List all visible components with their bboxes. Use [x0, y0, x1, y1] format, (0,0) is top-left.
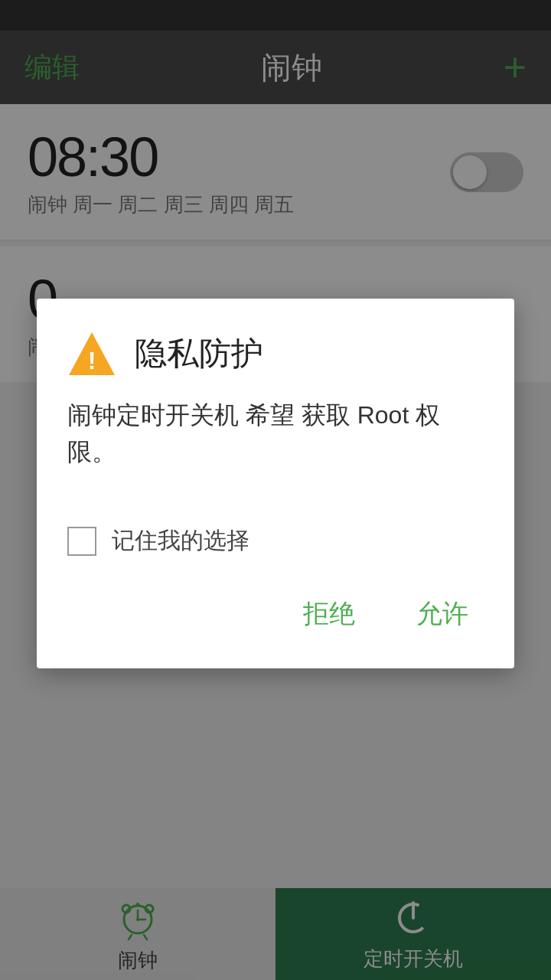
dialog-header: ! 隐私防护	[37, 299, 514, 397]
remember-label: 记住我的选择	[112, 525, 249, 557]
allow-button[interactable]: 允许	[395, 584, 490, 644]
remember-row[interactable]: 记住我的选择	[37, 525, 514, 572]
remember-checkbox[interactable]	[67, 527, 96, 556]
dialog-message: 闹钟定时开关机 希望 获取 Root 权限。	[67, 397, 484, 470]
dialog-actions: 拒绝 允许	[37, 572, 514, 668]
deny-button[interactable]: 拒绝	[282, 584, 377, 644]
dialog-body: 闹钟定时开关机 希望 获取 Root 权限。	[37, 397, 514, 495]
dialog-title: 隐私防护	[135, 332, 263, 375]
svg-text:!: !	[88, 347, 96, 374]
privacy-dialog: ! 隐私防护 闹钟定时开关机 希望 获取 Root 权限。 记住我的选择 拒绝 …	[37, 299, 514, 668]
warning-icon: !	[67, 329, 116, 378]
